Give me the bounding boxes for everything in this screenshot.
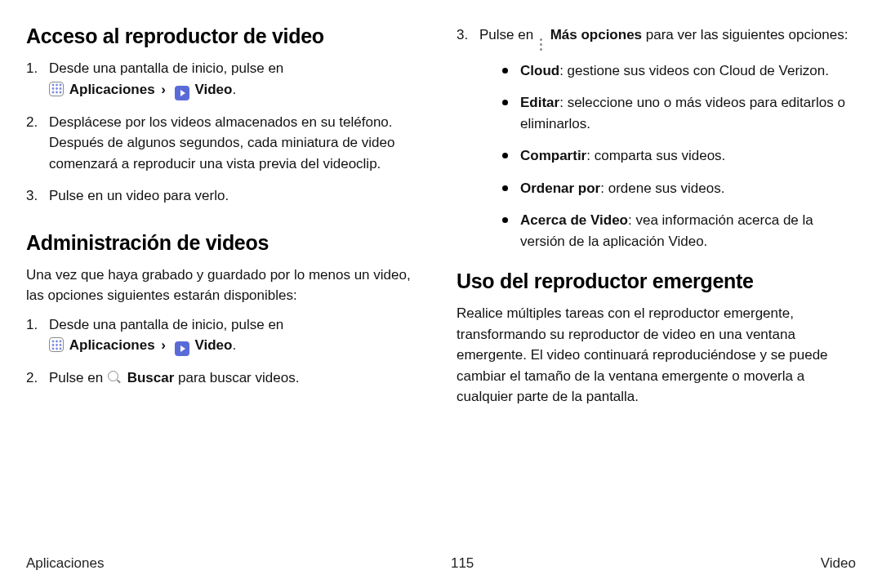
heading-popup-player: Uso del reproductor emergente xyxy=(457,270,856,293)
list-item: Editar: seleccione uno o más videos para… xyxy=(502,92,856,134)
manage-steps-list: Desde una pantalla de inicio, pulse en A… xyxy=(26,314,425,389)
period: . xyxy=(232,337,236,353)
footer-page-number: 115 xyxy=(451,555,474,572)
step-text: Pulse en xyxy=(479,27,537,42)
option-title: Acerca de Video xyxy=(520,212,628,228)
apps-label: Aplicaciones xyxy=(69,82,155,97)
option-title: Editar xyxy=(520,95,559,110)
more-options-icon xyxy=(537,38,546,51)
list-item: Desde una pantalla de inicio, pulse en A… xyxy=(26,314,425,357)
svg-point-10 xyxy=(56,340,58,342)
popup-player-desc: Realice múltiples tareas con el reproduc… xyxy=(457,303,856,408)
option-desc: : comparta sus videos. xyxy=(586,148,725,163)
list-item: Acerca de Video: vea información acerca … xyxy=(502,210,856,252)
search-label: Buscar xyxy=(127,370,175,385)
heading-access-video-player: Acceso al reproductor de video xyxy=(26,24,425,48)
apps-grid-icon xyxy=(49,82,64,96)
apps-grid-icon xyxy=(49,337,64,352)
step-text: Pulse en xyxy=(49,370,107,385)
option-desc: : seleccione uno o más videos para edita… xyxy=(520,95,845,131)
svg-point-12 xyxy=(51,344,54,346)
heading-manage-videos: Administración de videos xyxy=(26,231,425,255)
manage-intro: Una vez que haya grabado y guardado por … xyxy=(26,265,425,306)
option-title: Cloud xyxy=(520,63,559,78)
svg-point-16 xyxy=(56,347,58,350)
step-text-tail: para buscar videos. xyxy=(178,370,299,385)
options-bullet-list: Cloud: gestione sus videos con Cloud de … xyxy=(479,60,856,252)
step-text: Desde una pantalla de inicio, pulse en xyxy=(49,317,283,332)
footer-left: Aplicaciones xyxy=(26,555,104,572)
svg-point-14 xyxy=(59,344,61,346)
step-text: Desde una pantalla de inicio, pulse en xyxy=(49,60,283,76)
chevron-right-icon: › xyxy=(161,82,166,97)
svg-point-13 xyxy=(56,344,58,346)
option-title: Ordenar por xyxy=(520,180,600,196)
more-options-step: Pulse en Más opciones para ver las sigui… xyxy=(457,24,856,252)
page-footer: Aplicaciones 115 Video xyxy=(26,555,856,572)
list-item: Desde una pantalla de inicio, pulse en A… xyxy=(26,58,425,100)
step-text-tail: para ver las siguientes opciones: xyxy=(646,27,849,42)
list-item: Ordenar por: ordene sus videos. xyxy=(502,178,856,199)
list-item: Pulse en Buscar para buscar videos. xyxy=(26,368,425,389)
video-play-icon xyxy=(175,86,189,100)
chevron-right-icon: › xyxy=(161,337,166,353)
period: . xyxy=(232,82,236,97)
svg-point-1 xyxy=(56,84,58,87)
option-title: Compartir xyxy=(520,148,586,163)
video-label: Video xyxy=(194,82,232,97)
svg-point-4 xyxy=(56,87,58,90)
svg-point-3 xyxy=(51,87,54,90)
video-label: Video xyxy=(194,337,232,353)
access-steps-list: Desde una pantalla de inicio, pulse en A… xyxy=(26,58,425,207)
list-item: Pulse en Más opciones para ver las sigui… xyxy=(457,24,856,252)
more-options-label: Más opciones xyxy=(550,27,642,42)
list-item: Compartir: comparta sus videos. xyxy=(502,145,856,167)
video-play-icon xyxy=(175,341,189,356)
option-desc: : gestione sus videos con Cloud de Veriz… xyxy=(559,63,829,78)
apps-label: Aplicaciones xyxy=(69,337,155,353)
list-item: Cloud: gestione sus videos con Cloud de … xyxy=(502,60,856,82)
list-item: Pulse en un video para verlo. xyxy=(26,185,425,207)
left-column: Acceso al reproductor de video Desde una… xyxy=(26,24,425,416)
svg-point-15 xyxy=(51,347,54,350)
svg-point-9 xyxy=(51,340,54,342)
option-desc: : ordene sus videos. xyxy=(600,180,724,196)
right-column: Pulse en Más opciones para ver las sigui… xyxy=(457,24,856,416)
svg-point-0 xyxy=(51,84,54,87)
list-item: Desplácese por los videos almacenados en… xyxy=(26,112,425,175)
svg-point-17 xyxy=(59,347,61,350)
svg-point-5 xyxy=(59,87,61,90)
footer-right: Video xyxy=(821,555,856,572)
search-icon xyxy=(107,370,122,385)
svg-point-7 xyxy=(56,91,58,94)
svg-point-8 xyxy=(59,91,61,94)
content-columns: Acceso al reproductor de video Desde una… xyxy=(26,24,856,416)
svg-point-11 xyxy=(59,340,61,342)
svg-point-6 xyxy=(51,91,54,94)
svg-point-2 xyxy=(59,84,61,87)
